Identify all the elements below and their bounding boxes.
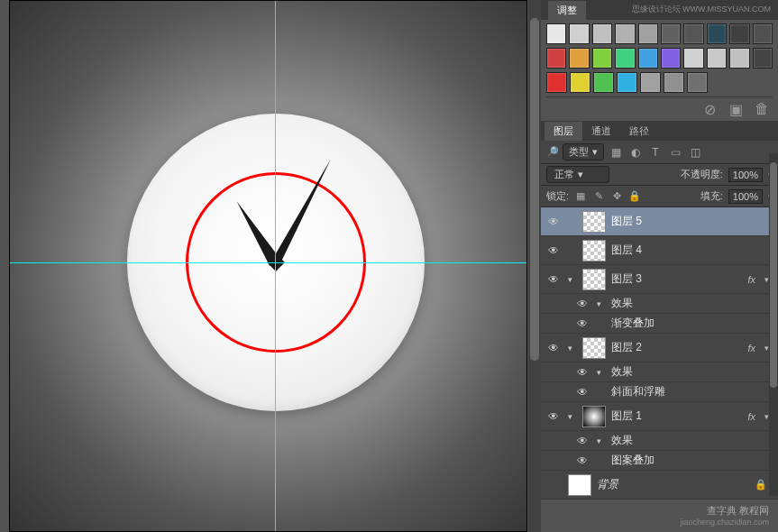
lock-transparent-icon[interactable]: ▦ bbox=[574, 190, 587, 202]
layer-name[interactable]: 图层 5 bbox=[611, 214, 774, 229]
filter-smart-icon[interactable]: ◫ bbox=[687, 144, 703, 161]
style-swatch[interactable] bbox=[615, 23, 635, 44]
style-swatch[interactable] bbox=[753, 48, 773, 69]
style-swatch[interactable] bbox=[661, 23, 681, 44]
visibility-eye-icon[interactable]: 👁 bbox=[573, 386, 591, 399]
style-swatch[interactable] bbox=[640, 72, 661, 93]
style-swatch[interactable] bbox=[753, 23, 773, 44]
style-swatch[interactable] bbox=[592, 48, 612, 69]
visibility-eye-icon[interactable]: 👁 bbox=[573, 435, 591, 447]
opacity-input[interactable]: 100% bbox=[728, 168, 763, 182]
style-swatch[interactable] bbox=[593, 72, 614, 93]
style-swatch[interactable] bbox=[707, 48, 727, 69]
visibility-eye-icon[interactable]: 👁 bbox=[573, 317, 591, 330]
filter-type-icon[interactable]: T bbox=[647, 144, 664, 161]
layer-name[interactable]: 图层 3 bbox=[611, 271, 742, 287]
filter-pixel-icon[interactable]: ▦ bbox=[608, 144, 624, 161]
visibility-eye-icon[interactable]: 👁 bbox=[545, 273, 563, 286]
canvas-area[interactable] bbox=[9, 0, 527, 532]
fill-input[interactable]: 100% bbox=[728, 189, 763, 204]
guide-horizontal[interactable] bbox=[10, 262, 526, 263]
effects-header[interactable]: 👁▾效果 bbox=[541, 294, 778, 314]
style-swatch[interactable] bbox=[638, 48, 658, 69]
style-swatch[interactable] bbox=[546, 23, 566, 44]
trash-icon[interactable]: 🗑 bbox=[755, 101, 767, 114]
lock-pixels-icon[interactable]: ✎ bbox=[592, 190, 605, 202]
layer-thumbnail[interactable] bbox=[582, 406, 606, 427]
effect-item[interactable]: 👁渐变叠加 bbox=[541, 314, 778, 334]
layer-thumbnail[interactable] bbox=[582, 269, 606, 290]
tab-layers[interactable]: 图层 bbox=[545, 122, 582, 141]
layer-thumbnail[interactable] bbox=[582, 211, 606, 233]
style-swatch[interactable] bbox=[729, 48, 749, 69]
effect-item[interactable]: 👁斜面和浮雕 bbox=[541, 382, 778, 402]
style-swatch[interactable] bbox=[546, 72, 567, 93]
tab-paths[interactable]: 路径 bbox=[620, 122, 658, 141]
filter-shape-icon[interactable]: ▭ bbox=[667, 144, 683, 161]
fx-badge[interactable]: fx bbox=[747, 411, 755, 422]
lock-all-icon[interactable]: 🔒 bbox=[628, 190, 641, 202]
effects-label: 效果 bbox=[611, 296, 633, 311]
scroll-thumb[interactable] bbox=[530, 18, 539, 361]
layer-name[interactable]: 背景 bbox=[597, 477, 749, 492]
visibility-eye-icon[interactable]: 👁 bbox=[573, 298, 591, 310]
visibility-eye-icon[interactable]: 👁 bbox=[545, 342, 563, 354]
layer-name[interactable]: 图层 2 bbox=[611, 340, 742, 355]
style-swatch[interactable] bbox=[546, 48, 566, 69]
twisty-icon[interactable]: ▾ bbox=[597, 299, 606, 308]
panel-scrollbar[interactable] bbox=[769, 153, 778, 496]
style-swatch[interactable] bbox=[687, 72, 708, 93]
filter-kind-select[interactable]: 类型 ▾ bbox=[563, 143, 604, 161]
layer-name[interactable]: 图层 1 bbox=[611, 408, 742, 424]
style-swatch[interactable] bbox=[707, 23, 727, 44]
blend-mode-select[interactable]: 正常 ▾ bbox=[546, 166, 609, 183]
style-swatch[interactable] bbox=[683, 48, 703, 69]
visibility-eye-icon[interactable]: 👁 bbox=[573, 454, 591, 467]
visibility-eye-icon[interactable]: 👁 bbox=[545, 244, 563, 257]
twisty-icon[interactable]: ▾ bbox=[568, 412, 577, 421]
twisty-icon[interactable]: ▾ bbox=[568, 275, 577, 284]
style-swatch[interactable] bbox=[683, 23, 703, 44]
background-layer-row[interactable]: 背景🔒 bbox=[541, 471, 778, 500]
visibility-eye-icon[interactable]: 👁 bbox=[545, 216, 563, 228]
effects-header[interactable]: 👁▾效果 bbox=[541, 362, 778, 382]
style-swatch[interactable] bbox=[664, 72, 684, 93]
layer-row[interactable]: 👁▾图层 2fx▾ bbox=[541, 334, 778, 362]
layer-row[interactable]: 👁▾图层 3fx▾ bbox=[541, 265, 778, 294]
style-swatch[interactable] bbox=[617, 72, 637, 93]
canvas-scrollbar[interactable] bbox=[528, 0, 541, 532]
style-swatch[interactable] bbox=[638, 23, 658, 44]
twisty-icon[interactable]: ▾ bbox=[597, 368, 606, 377]
twisty-icon[interactable]: ▾ bbox=[568, 344, 577, 353]
style-swatch[interactable] bbox=[661, 48, 681, 69]
style-swatch[interactable] bbox=[569, 48, 589, 69]
fx-badge[interactable]: fx bbox=[747, 274, 755, 285]
layer-thumbnail[interactable] bbox=[582, 337, 606, 359]
panel-scroll-thumb[interactable] bbox=[770, 162, 777, 388]
fx-badge[interactable]: fx bbox=[747, 343, 755, 353]
twisty-icon[interactable]: ▾ bbox=[597, 436, 606, 445]
visibility-eye-icon[interactable]: 👁 bbox=[573, 366, 591, 379]
effect-item[interactable]: 👁图案叠加 bbox=[541, 451, 778, 471]
tab-adjust[interactable]: 调整 bbox=[548, 1, 586, 20]
style-swatch[interactable] bbox=[592, 23, 612, 44]
no-style-icon[interactable]: ⊘ bbox=[704, 101, 717, 114]
style-swatch[interactable] bbox=[569, 23, 589, 44]
guide-vertical[interactable] bbox=[275, 1, 276, 531]
layer-row[interactable]: 👁▾图层 1fx▾ bbox=[541, 402, 778, 431]
layer-thumbnail[interactable] bbox=[582, 240, 606, 261]
layer-thumbnail[interactable] bbox=[568, 474, 591, 496]
layer-name[interactable]: 图层 4 bbox=[611, 243, 774, 258]
effects-header[interactable]: 👁▾效果 bbox=[541, 431, 778, 451]
style-swatch[interactable] bbox=[570, 72, 590, 93]
layers-filter-bar: 🔎 类型 ▾ ▦ ◐ T ▭ ◫ bbox=[541, 141, 778, 164]
visibility-eye-icon[interactable]: 👁 bbox=[545, 410, 563, 423]
tab-channels[interactable]: 通道 bbox=[582, 122, 620, 141]
style-swatch[interactable] bbox=[615, 48, 635, 69]
style-swatch[interactable] bbox=[729, 23, 749, 44]
layer-row[interactable]: 👁图层 5 bbox=[541, 207, 778, 236]
lock-position-icon[interactable]: ✥ bbox=[610, 190, 623, 202]
new-style-icon[interactable]: ▣ bbox=[729, 101, 742, 114]
filter-adjust-icon[interactable]: ◐ bbox=[627, 144, 644, 161]
layer-row[interactable]: 👁图层 4 bbox=[541, 236, 778, 265]
